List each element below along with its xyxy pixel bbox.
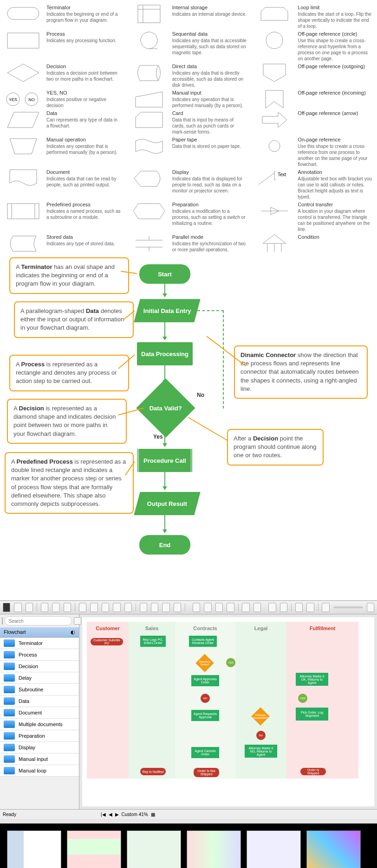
gallery-thumb[interactable] [247,830,301,868]
node-contacts[interactable]: Contacts Agent Reviews Order [189,636,217,647]
svg-point-12 [269,140,280,152]
shape-icon [4,744,15,751]
node-attorney2[interactable]: Attorney Marks It NG, Returns to Agent [245,745,277,758]
lane-fulfillment: Fulfillment [286,622,358,779]
node-yes2[interactable]: YES [298,694,307,703]
tool-btn[interactable] [124,603,132,612]
gallery-thumb[interactable] [306,830,361,868]
sidebar-shape-item[interactable]: Process [0,649,79,661]
node-no[interactable]: NO [201,694,210,703]
zoom-level[interactable]: Custom 41% [122,812,148,817]
tool-btn[interactable] [174,603,181,612]
gallery-thumb[interactable] [127,830,181,868]
node-pick[interactable]: Pick Order, Log Shipment [296,708,328,721]
page-next-icon[interactable]: ▶ [115,812,119,817]
tool-btn[interactable] [52,603,59,612]
sidebar-shape-item[interactable]: Delay [0,672,79,684]
gallery-thumb[interactable] [67,830,121,868]
sidebar-shape-item[interactable]: Subroutine [0,684,79,696]
shape-label: Data [19,698,29,704]
tool-btn[interactable] [102,603,109,612]
sidebar-shape-item[interactable]: Preparation [0,730,79,742]
tool-btn[interactable] [79,603,86,612]
connector-tool[interactable] [204,603,211,612]
application-window: Flowchart◐ TerminatorProcessDecisionDela… [0,600,377,823]
view-mode-icon[interactable]: ▦ [151,812,155,817]
sidebar-shape-item[interactable]: Manual loop [0,765,79,777]
symbol-card: CardData that is input by means of cards… [130,110,247,135]
status-ready: Ready [3,812,16,817]
flow-initial-data: Initial Data Entry [134,299,200,322]
callout-process: A Process is represented as a rectangle … [9,355,129,391]
node-approves[interactable]: Agent Approves Order [191,675,219,686]
view-grid-icon[interactable] [74,617,81,625]
node-rep[interactable]: Rep Logs PO, Enters Order [140,636,166,647]
sidebar-shape-item[interactable]: Multiple documents [0,719,79,730]
sidebar-category-header[interactable]: Flowchart◐ [0,627,79,638]
symbol-control-transfer: Control transferA location in your diagr… [256,202,372,232]
zoom-out-icon[interactable] [322,603,329,612]
node-attorney1[interactable]: Attorney Marks It OK, Returns to Agent [296,673,328,686]
zoom-tool[interactable] [280,603,287,612]
node-notshipped[interactable]: Order Is Not Shipped [194,768,219,777]
symbol-annotation: TextAnnotationAdjustable text box with b… [256,169,372,200]
node-shipped[interactable]: Order Is Shipped [300,768,326,775]
symbol-loop-limit: Loop limitIndicates the start of a loop.… [256,5,372,29]
shape-label: Document [19,710,42,715]
svg-rect-4 [7,33,39,48]
callout-predefined: A Predefined Process is represented as a… [5,452,134,514]
connector-tool[interactable] [227,603,234,612]
tool-btn[interactable] [64,603,71,612]
zoom-in-icon[interactable] [268,603,276,612]
node-notified[interactable]: Rep Is Notified [140,768,166,775]
gallery-thumb[interactable] [7,830,61,868]
export-icon[interactable] [306,603,314,612]
sidebar-shape-item[interactable]: Decision [0,661,79,672]
pointer-tool[interactable] [3,603,10,612]
home-icon[interactable] [2,617,3,625]
gallery-thumb[interactable] [187,830,241,868]
print-icon[interactable] [295,603,303,612]
node-no2[interactable]: NO [256,731,266,740]
callout-connector: Dinamic Connector show the direction tha… [234,345,368,399]
flow-output: Output Result [134,492,200,515]
callout-decision: A Decision is represented as a diamond s… [7,399,127,444]
sidebar-shape-item[interactable]: Manual input [0,753,79,765]
tool-btn[interactable] [162,603,169,612]
shape-icon [4,721,15,728]
symbol-yes-no: YESNOYES, NOIndicates positive or negati… [5,90,121,108]
page-first-icon[interactable]: |◀ [101,812,106,817]
sidebar-shape-item[interactable]: Terminator [0,638,79,649]
sidebar-shape-item[interactable]: Data [0,696,79,707]
collapse-icon[interactable]: ◐ [71,629,75,635]
tool-btn[interactable] [14,603,21,612]
callout-terminator: A Terminator has an oval shape and indic… [9,257,129,294]
node-requests[interactable]: Agent Requests Approval [191,710,219,721]
tool-btn[interactable] [140,603,147,612]
sidebar-shape-item[interactable]: Document [0,707,79,719]
drawing-canvas[interactable]: Customer Sales Contracts Legal Fulfillme… [82,617,374,806]
node-submit[interactable]: Customer Submits PO [91,638,123,645]
sidebar-shape-item[interactable]: Display [0,742,79,753]
tool-btn[interactable] [113,603,120,612]
page-prev-icon[interactable]: ◀ [109,812,112,817]
node-cancels[interactable]: Agent Cancels Order [191,747,219,758]
shape-label: Display [19,745,35,750]
connector-tool[interactable] [193,603,200,612]
zoom-slider[interactable] [333,606,363,608]
symbol-manual-operation: Manual operationIndicates any operation … [5,137,121,167]
flowchart-diagram: A Terminator has an oval shape and indic… [0,257,377,600]
tool-btn[interactable] [151,603,158,612]
tool-btn[interactable] [90,603,98,612]
selection-tool[interactable] [254,603,261,612]
node-yes[interactable]: YES [226,658,235,667]
shape-icon [4,686,15,693]
tool-btn[interactable] [26,603,33,612]
search-input[interactable] [5,616,72,625]
flow-start: Start [139,264,190,284]
selection-tool[interactable] [242,603,249,612]
zoom-in-icon[interactable] [367,603,374,612]
symbol-decision: DecisionIndicates a decision point betwe… [5,64,121,88]
connector-tool[interactable] [215,603,223,612]
tool-btn[interactable] [41,603,48,612]
